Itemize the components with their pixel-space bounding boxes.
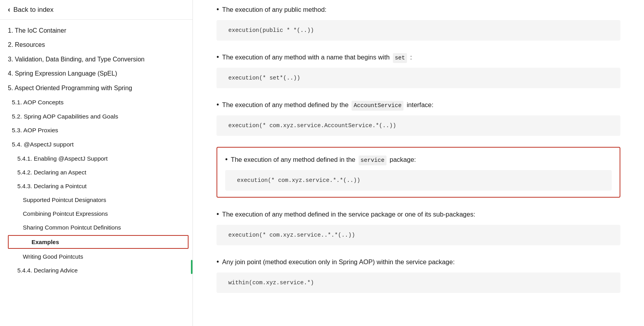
content-entries: The execution of any public method:execu… — [217, 4, 620, 293]
inline-code: AccountService — [352, 101, 403, 111]
content-entry-entry-6: Any join point (method execution only in… — [217, 256, 620, 293]
sidebar-item-item-4[interactable]: 4. Spring Expression Language (SpEL) — [0, 67, 192, 81]
sidebar-item-item-examples[interactable]: Examples — [8, 235, 189, 249]
code-block-entry-4: execution(* com.xyz.service.*.*(..)) — [225, 170, 612, 191]
bullet-text-entry-4: The execution of any method defined in t… — [225, 154, 612, 165]
main-content: The execution of any public method:execu… — [193, 0, 644, 326]
sidebar-item-item-5-4-1[interactable]: 5.4.1. Enabling @AspectJ Support — [0, 152, 192, 165]
content-entry-entry-5: The execution of any method defined in t… — [217, 209, 620, 245]
bullet-text-entry-5: The execution of any method defined in t… — [217, 209, 620, 220]
bullet-text-entry-2: The execution of any method with a name … — [217, 52, 620, 63]
sidebar-item-item-5-3[interactable]: 5.3. AOP Proxies — [0, 123, 192, 137]
content-entry-entry-2: The execution of any method with a name … — [217, 52, 620, 88]
code-block-entry-5: execution(* com.xyz.service..*.*(..)) — [217, 225, 620, 245]
sidebar-item-item-share[interactable]: Sharing Common Pointcut Definitions — [0, 220, 192, 234]
chevron-left-icon: ‹ — [8, 6, 10, 14]
sidebar-item-item-1[interactable]: 1. The IoC Container — [0, 24, 192, 38]
sidebar-item-item-writing[interactable]: Writing Good Pointcuts — [0, 250, 192, 263]
active-indicator — [191, 260, 192, 274]
highlighted-entry-entry-4: The execution of any method defined in t… — [217, 147, 620, 198]
sidebar-item-item-5-2[interactable]: 5.2. Spring AOP Capabilities and Goals — [0, 109, 192, 124]
inline-code: set — [393, 53, 407, 63]
back-to-index-label: Back to index — [13, 6, 54, 14]
bullet-text-entry-3: The execution of any method defined by t… — [217, 99, 620, 111]
content-entry-entry-1: The execution of any public method:execu… — [217, 4, 620, 41]
code-block-entry-1: execution(public * *(..)) — [217, 20, 620, 41]
inline-code: service — [359, 156, 387, 165]
code-block-entry-3: execution(* com.xyz.service.AccountServi… — [217, 115, 620, 136]
code-block-entry-2: execution(* set*(..)) — [217, 68, 620, 88]
sidebar-item-item-5-4[interactable]: 5.4. @AspectJ support — [0, 137, 192, 152]
sidebar-item-item-sup[interactable]: Supported Pointcut Designators — [0, 193, 192, 207]
sidebar-item-item-5-4-3[interactable]: 5.4.3. Declaring a Pointcut — [0, 179, 192, 193]
sidebar-item-item-5-4-2[interactable]: 5.4.2. Declaring an Aspect — [0, 165, 192, 179]
bullet-text-entry-6: Any join point (method execution only in… — [217, 256, 620, 268]
sidebar-item-item-5-1[interactable]: 5.1. AOP Concepts — [0, 95, 192, 109]
sidebar-item-item-comb[interactable]: Combining Pointcut Expressions — [0, 207, 192, 220]
nav-list: 1. The IoC Container2. Resources3. Valid… — [0, 24, 192, 277]
sidebar-item-item-2[interactable]: 2. Resources — [0, 38, 192, 52]
sidebar-item-item-5-4-4[interactable]: 5.4.4. Declaring Advice — [0, 263, 192, 277]
code-block-entry-6: within(com.xyz.service.*) — [217, 272, 620, 293]
content-entry-entry-3: The execution of any method defined by t… — [217, 99, 620, 136]
back-to-index-link[interactable]: ‹ Back to index — [0, 0, 192, 20]
bullet-text-entry-1: The execution of any public method: — [217, 4, 620, 15]
sidebar-item-item-3[interactable]: 3. Validation, Data Binding, and Type Co… — [0, 52, 192, 67]
sidebar-item-item-5[interactable]: 5. Aspect Oriented Programming with Spri… — [0, 81, 192, 95]
sidebar: ‹ Back to index 1. The IoC Container2. R… — [0, 0, 193, 326]
